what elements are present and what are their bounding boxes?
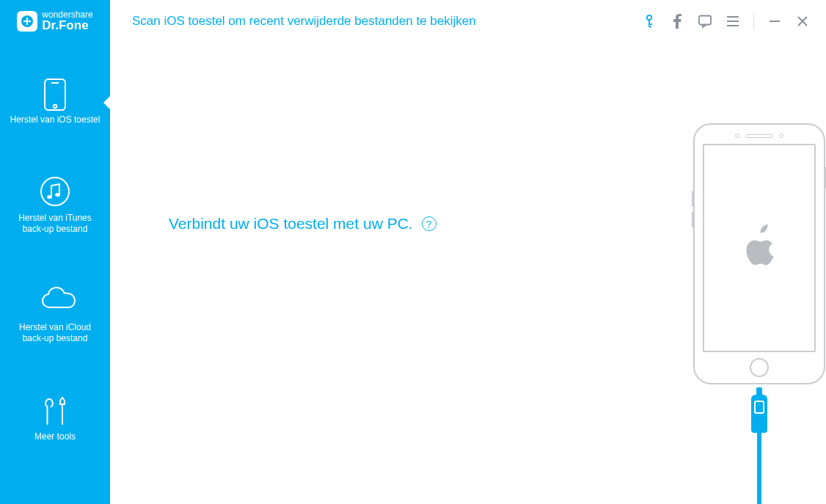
svg-rect-4 xyxy=(699,16,711,25)
sidebar-item-more-tools[interactable]: Meer tools xyxy=(0,381,110,458)
cable-icon xyxy=(751,395,767,504)
sidebar-item-label: Meer tools xyxy=(34,431,76,442)
page-title: Scan iOS toestel om recent verwijderde b… xyxy=(132,14,642,29)
phone-icon xyxy=(40,78,70,109)
sidebar-item-label: Herstel van iOS toestel xyxy=(10,114,100,125)
sidebar-item-itunes[interactable]: Herstel van iTunes back-up bestand xyxy=(0,163,110,250)
connect-message: Verbindt uw iOS toestel met uw PC. xyxy=(169,215,413,233)
svg-point-13 xyxy=(54,105,56,108)
svg-point-14 xyxy=(41,178,69,205)
logo-badge-icon xyxy=(17,11,37,32)
main-area: Verbindt uw iOS toestel met uw PC. ? xyxy=(110,43,826,504)
help-icon[interactable]: ? xyxy=(422,216,436,231)
connect-prompt: Verbindt uw iOS toestel met uw PC. ? xyxy=(169,215,436,233)
key-icon[interactable] xyxy=(642,14,657,29)
svg-point-0 xyxy=(647,15,651,20)
body: Herstel van iOS toestel Herstel van iTun… xyxy=(0,43,826,504)
apple-logo-icon xyxy=(739,222,780,274)
close-button[interactable] xyxy=(795,14,810,29)
cloud-icon xyxy=(40,285,70,316)
menu-icon[interactable] xyxy=(726,14,740,29)
header-controls xyxy=(642,13,826,29)
app-window: wondershare Dr.Fone Scan iOS toestel om … xyxy=(0,0,826,504)
logo-text: wondershare Dr.Fone xyxy=(42,10,92,33)
phone-illustration xyxy=(638,123,826,504)
tools-icon xyxy=(40,395,70,426)
brand-product: Dr.Fone xyxy=(42,19,92,33)
facebook-icon[interactable] xyxy=(670,14,684,29)
minimize-button[interactable] xyxy=(767,14,782,29)
header-divider xyxy=(753,13,754,29)
svg-point-15 xyxy=(47,195,52,199)
phone-outline-icon xyxy=(693,123,825,384)
header: wondershare Dr.Fone Scan iOS toestel om … xyxy=(0,0,826,43)
svg-point-16 xyxy=(55,193,60,197)
logo: wondershare Dr.Fone xyxy=(0,0,110,43)
sidebar-item-label: Herstel van iCloud back-up bestand xyxy=(7,322,103,343)
sidebar-item-label: Herstel van iTunes back-up bestand xyxy=(7,213,103,234)
sidebar-item-ios-device[interactable]: Herstel van iOS toestel xyxy=(0,65,110,141)
feedback-icon[interactable] xyxy=(698,14,712,29)
sidebar: Herstel van iOS toestel Herstel van iTun… xyxy=(0,43,110,504)
sidebar-item-icloud[interactable]: Herstel van iCloud back-up bestand xyxy=(0,272,110,359)
itunes-icon xyxy=(40,176,70,207)
